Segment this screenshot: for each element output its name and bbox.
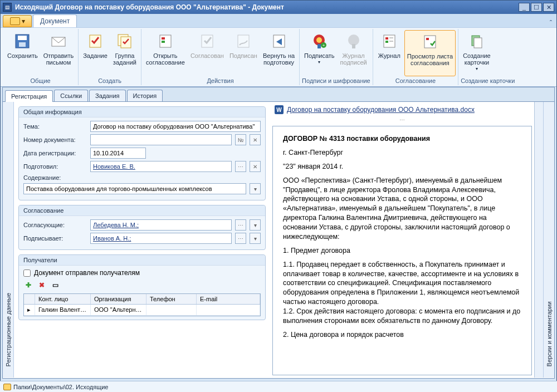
docnum-label: Номер документа: (23, 136, 87, 143)
svg-point-14 (316, 37, 322, 43)
side-tab-registration-data[interactable]: Регистрационные данные (3, 102, 14, 378)
save-button[interactable]: Сохранить (5, 30, 40, 76)
svg-rect-21 (385, 37, 388, 40)
breadcrumb[interactable]: Папки\Документы\02. Исходящие (0, 381, 557, 392)
group-label-common: Общие (5, 76, 76, 84)
sent-checkbox[interactable] (23, 270, 31, 277)
recipients-grid: Конт. лицо Организация Телефон E-mail ▸ … (23, 293, 261, 316)
document-preview: ДОГОВОР № 4313 поставки оборудования г. … (272, 126, 532, 375)
svg-rect-8 (162, 37, 165, 40)
approvers-dd-button[interactable]: ▾ (250, 219, 261, 231)
regdate-input[interactable]: 10.10.2014 (90, 148, 146, 159)
svg-rect-22 (385, 41, 388, 43)
minimize-button[interactable]: _ (519, 3, 530, 12)
view-approval-sheet-button[interactable]: Просмотр листа согласования (404, 30, 456, 76)
svg-rect-15 (317, 44, 321, 48)
section-general-title: Общая информация (19, 107, 265, 117)
content-input[interactable]: Поставка оборудования для торгово-промыш… (23, 183, 246, 194)
close-button[interactable]: ✕ (543, 3, 554, 12)
task-group-button[interactable]: Группа заданий (111, 30, 139, 76)
svg-rect-26 (426, 38, 429, 40)
section-recipients-title: Получатели (19, 255, 265, 266)
add-recipient-button[interactable]: ✚ (23, 280, 33, 290)
signer-pick-button[interactable]: ⋯ (235, 233, 246, 244)
document-name-link[interactable]: Договор на поставку оборудования ООО Аль… (287, 106, 475, 114)
open-approval-button[interactable]: Открыть согласование (144, 30, 187, 76)
maximize-button[interactable]: ☐ (531, 3, 542, 12)
theme-label: Тема: (23, 123, 87, 130)
signature-log-button: Журнал подписей (338, 30, 369, 76)
tab-tasks[interactable]: Задания (89, 90, 125, 101)
recipient-card-button[interactable]: ▭ (50, 280, 60, 290)
group-label-signatures: Подписи и шифрование (302, 76, 370, 84)
tab-registration[interactable]: Регистрация (5, 90, 53, 102)
approvers-label: Согласующие: (23, 222, 87, 228)
signed-button: Подписан (227, 30, 260, 76)
prepared-clear-button[interactable]: ✕ (250, 161, 261, 172)
svg-rect-2 (19, 42, 26, 47)
ribbon-tab-document[interactable]: Документ (33, 14, 77, 27)
task-button[interactable]: Задание (81, 30, 110, 76)
return-to-prep-button[interactable]: Вернуть на подготовку (261, 30, 297, 76)
create-card-button[interactable]: Создание карточки▾ (461, 30, 493, 76)
delete-recipient-button[interactable]: ✖ (37, 280, 47, 290)
prepared-label: Подготовил: (23, 163, 87, 170)
group-label-create: Создать (81, 76, 139, 84)
approved-button: Согласован (188, 30, 226, 76)
signer-label: Подписывает: (23, 235, 87, 242)
sign-button[interactable]: +Подписать▾ (302, 30, 336, 76)
tab-links[interactable]: Ссылки (54, 90, 88, 101)
approvers-input[interactable]: Лебедева Н. М.; (90, 219, 232, 231)
side-tab-versions[interactable]: Версии и комментарии (543, 102, 554, 378)
window-title: Исходящий Договор на поставку оборудован… (15, 3, 519, 11)
col-phone[interactable]: Телефон (146, 294, 197, 304)
svg-rect-9 (162, 41, 165, 43)
signer-dd-button[interactable]: ▾ (250, 233, 261, 244)
svg-rect-1 (18, 36, 27, 40)
app-menu-button[interactable]: ▾ (3, 15, 32, 27)
svg-text:+: + (323, 43, 325, 48)
section-approval-title: Согласование (19, 205, 265, 216)
tab-history[interactable]: История (127, 90, 163, 101)
svg-rect-28 (474, 38, 482, 48)
approvers-pick-button[interactable]: ⋯ (235, 219, 246, 231)
content-label: Содержание: (23, 174, 87, 181)
col-contact[interactable]: Конт. лицо (35, 294, 91, 304)
group-label-actions: Действия (144, 76, 297, 84)
docnum-gen-button[interactable]: № (235, 134, 246, 145)
scrollbar[interactable] (534, 102, 543, 378)
prepared-pick-button[interactable]: ⋯ (235, 161, 246, 172)
theme-input[interactable]: Договор на поставку оборудования ООО "Ал… (90, 121, 261, 132)
svg-rect-19 (352, 44, 355, 48)
group-label-card: Создание карточки (461, 76, 515, 84)
prepared-input[interactable]: Новикова Е. В. (90, 161, 232, 172)
sent-label: Документ отправлен получателям (34, 269, 140, 277)
ribbon-help-icon[interactable]: ˆ (550, 19, 552, 27)
table-row[interactable]: ▸ Галкин Валенти… ООО "Альтерна… (24, 305, 260, 316)
folder-icon (3, 384, 11, 390)
docnum-input[interactable] (90, 134, 232, 145)
col-email[interactable]: E-mail (197, 294, 260, 304)
col-org[interactable]: Организация (91, 294, 146, 304)
journal-button[interactable]: Журнал (375, 30, 403, 76)
word-icon: W (275, 105, 284, 114)
content-expand-button[interactable]: ▾ (250, 183, 261, 194)
docnum-clear-button[interactable]: ✕ (250, 134, 261, 145)
app-icon: ▤ (3, 3, 12, 12)
titlebar: ▤ Исходящий Договор на поставку оборудов… (1, 1, 556, 14)
group-label-approval: Согласование (375, 76, 456, 84)
send-email-button[interactable]: Отправить письмом (41, 30, 76, 76)
signer-input[interactable]: Иванов А. Н.; (90, 233, 232, 244)
regdate-label: Дата регистрации: (23, 150, 87, 156)
